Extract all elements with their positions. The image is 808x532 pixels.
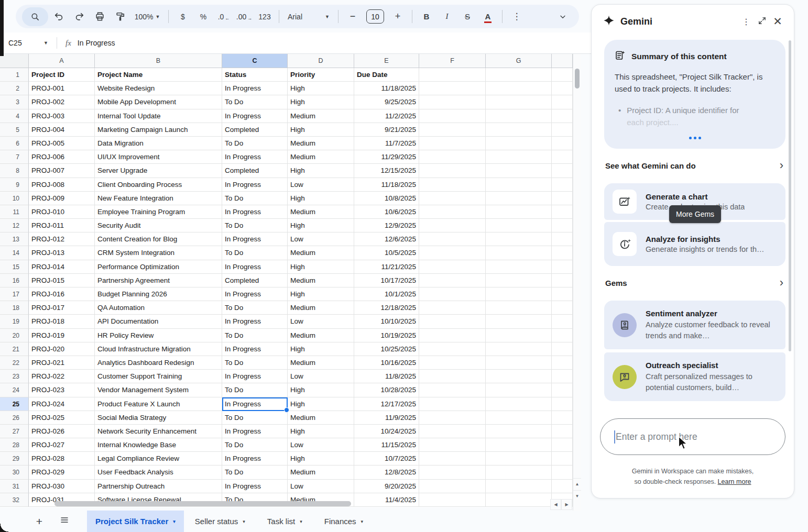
cell[interactable] [419, 287, 486, 301]
cell[interactable]: PROJ-016 [29, 287, 95, 301]
cell[interactable]: PROJ-026 [29, 425, 95, 438]
row-header[interactable]: 29 [0, 452, 29, 465]
currency-format-button[interactable]: $ [173, 7, 193, 26]
row-header[interactable]: 27 [0, 425, 29, 438]
cell[interactable]: PROJ-009 [29, 192, 95, 205]
see-what-gemini-can-do[interactable]: See what Gemini can do › [592, 149, 794, 178]
cell[interactable]: Completed [222, 123, 288, 137]
cell[interactable] [552, 219, 573, 232]
cell[interactable]: To Do [222, 438, 288, 452]
cell[interactable]: PROJ-022 [29, 370, 95, 383]
cell[interactable] [552, 438, 573, 452]
cell[interactable]: PROJ-029 [29, 465, 95, 479]
cell[interactable]: High [288, 383, 354, 397]
row-header[interactable]: 26 [0, 411, 29, 425]
cell[interactable] [419, 164, 486, 178]
panel-scrollbar-thumb[interactable] [789, 40, 791, 351]
cell[interactable]: 10/8/2025 [354, 192, 419, 205]
cell[interactable] [419, 493, 486, 507]
cell[interactable] [419, 219, 486, 232]
cell[interactable]: Medium [288, 301, 354, 315]
cell[interactable]: High [288, 260, 354, 274]
cell[interactable]: Cloud Infrastructure Migration [95, 342, 222, 356]
cell[interactable] [552, 232, 573, 246]
cell[interactable] [486, 82, 552, 95]
column-header-C[interactable]: C [222, 54, 288, 68]
cell[interactable]: PROJ-007 [29, 164, 95, 178]
learn-more-link[interactable]: Learn more [718, 478, 751, 485]
cell[interactable]: In Progress [222, 397, 288, 411]
cell[interactable]: In Progress [222, 452, 288, 465]
cell[interactable] [486, 438, 552, 452]
cell[interactable] [552, 397, 573, 411]
row-header[interactable]: 14 [0, 246, 29, 260]
cell[interactable]: Status [222, 68, 288, 82]
cell[interactable]: PROJ-028 [29, 452, 95, 465]
cell[interactable]: 10/10/2025 [354, 315, 419, 328]
cell[interactable] [486, 137, 552, 150]
cell[interactable] [486, 178, 552, 192]
cell[interactable] [552, 137, 573, 150]
cell[interactable] [552, 342, 573, 356]
cell[interactable] [486, 452, 552, 465]
vertical-scrollbar[interactable]: ▲ ▼ [573, 54, 581, 511]
row-header[interactable]: 5 [0, 123, 29, 137]
cell[interactable] [419, 260, 486, 274]
cell[interactable]: Server Upgrade [95, 164, 222, 178]
collapse-toolbar-button[interactable] [553, 7, 573, 26]
cell[interactable] [419, 452, 486, 465]
row-header[interactable]: 11 [0, 205, 29, 219]
cell[interactable] [419, 123, 486, 137]
cell[interactable]: Low [288, 480, 354, 493]
cell[interactable]: 11/4/2025 [354, 493, 419, 507]
row-header[interactable]: 4 [0, 109, 29, 123]
cell[interactable] [419, 109, 486, 123]
cell[interactable] [552, 68, 573, 82]
sheet-tab-finances[interactable]: Finances▾ [313, 511, 374, 532]
sheet-tab-active[interactable]: Project Silk Tracker ▾ [87, 511, 184, 532]
cell[interactable]: Priority [288, 68, 354, 82]
name-box[interactable]: C25 ▼ [0, 39, 52, 47]
cell[interactable]: 11/2/2025 [354, 109, 419, 123]
cell[interactable] [552, 411, 573, 425]
cell[interactable] [552, 192, 573, 205]
percent-format-button[interactable]: % [193, 7, 213, 26]
cell[interactable]: 12/6/2025 [354, 232, 419, 246]
cell[interactable]: PROJ-015 [29, 274, 95, 287]
font-select[interactable]: Arial ▼ [283, 7, 334, 26]
cell[interactable] [486, 493, 552, 507]
cell[interactable]: 11/21/2025 [354, 260, 419, 274]
row-header[interactable]: 22 [0, 356, 29, 370]
row-header[interactable]: 19 [0, 315, 29, 328]
cell[interactable]: PROJ-001 [29, 82, 95, 95]
cell[interactable] [552, 356, 573, 370]
cell[interactable] [419, 274, 486, 287]
cell[interactable]: Medium [288, 150, 354, 164]
cell[interactable]: In Progress [222, 150, 288, 164]
cell[interactable]: Legal Compliance Review [95, 452, 222, 465]
cell[interactable] [486, 356, 552, 370]
cell[interactable] [419, 68, 486, 82]
cell[interactable] [419, 246, 486, 260]
cell[interactable] [486, 342, 552, 356]
cell[interactable]: Marketing Campaign Launch [95, 123, 222, 137]
select-all-corner[interactable] [0, 54, 29, 68]
strikethrough-button[interactable]: S [457, 7, 477, 26]
cell[interactable]: 10/19/2025 [354, 329, 419, 342]
cell[interactable] [552, 329, 573, 342]
cell[interactable]: Medium [288, 465, 354, 479]
cell[interactable]: 9/25/2025 [354, 95, 419, 109]
cell[interactable]: CRM System Integration [95, 246, 222, 260]
cell[interactable]: PROJ-023 [29, 383, 95, 397]
cell[interactable]: In Progress [222, 178, 288, 192]
cell[interactable] [419, 480, 486, 493]
gem-outreach-specialist[interactable]: Outreach specialist Craft personalized m… [604, 352, 785, 401]
cell[interactable]: To Do [222, 246, 288, 260]
cell[interactable] [419, 192, 486, 205]
cell[interactable]: 10/16/2025 [354, 356, 419, 370]
row-header[interactable]: 16 [0, 274, 29, 287]
cell[interactable] [552, 205, 573, 219]
cell[interactable] [486, 411, 552, 425]
scroll-up-button[interactable]: ▲ [573, 478, 581, 490]
row-header[interactable]: 17 [0, 287, 29, 301]
